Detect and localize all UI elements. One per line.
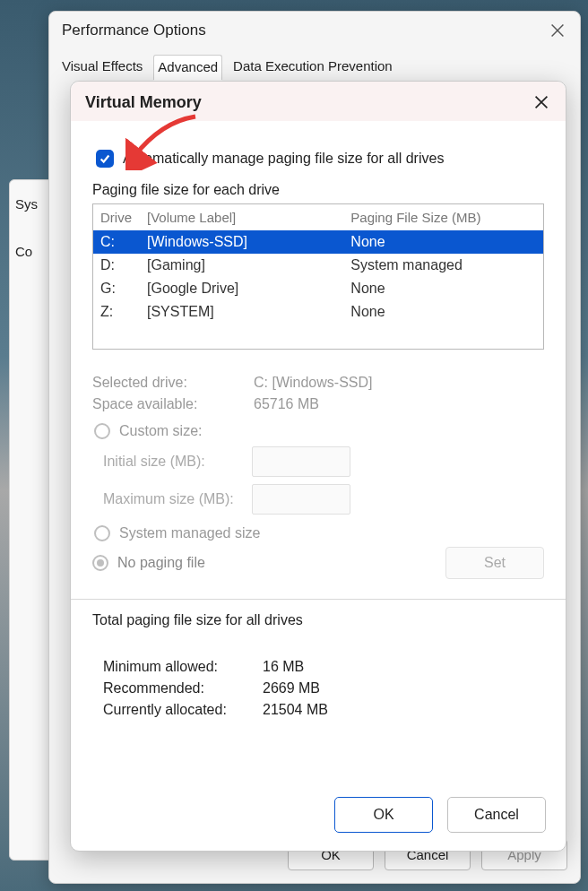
initial-size-label: Initial size (MB): (103, 454, 252, 470)
close-icon[interactable] (548, 21, 567, 40)
background-label-sys: Sys (15, 189, 48, 219)
custom-size-inputs: Initial size (MB): Maximum size (MB): (103, 446, 544, 515)
radio-icon (94, 525, 110, 541)
vm-body: Automatically manage paging file size fo… (71, 121, 566, 788)
maximum-size-label: Maximum size (MB): (103, 491, 252, 507)
header-volume: [Volume Label] (147, 210, 350, 225)
drive-volume: [SYSTEM] (147, 304, 350, 320)
totals: Minimum allowed: 16 MB Recommended: 2669… (92, 653, 544, 723)
drive-table-padding (93, 324, 543, 349)
tab-visual-effects[interactable]: Visual Effects (58, 55, 146, 80)
header-drive: Drive (100, 210, 147, 225)
header-size: Paging File Size (MB) (350, 210, 536, 225)
perf-titlebar: Performance Options (49, 12, 580, 48)
selected-drive-label: Selected drive: (92, 375, 254, 391)
drive-row[interactable]: C: [Windows-SSD] None (93, 230, 543, 254)
vm-ok-button[interactable]: OK (334, 797, 433, 833)
initial-size-input[interactable] (252, 446, 350, 477)
tab-dep[interactable]: Data Execution Prevention (229, 55, 396, 80)
auto-manage-label: Automatically manage paging file size fo… (123, 151, 444, 167)
drive-size: None (350, 304, 536, 320)
min-allowed-label: Minimum allowed: (92, 659, 263, 675)
selected-drive-details: Selected drive: C: [Windows-SSD] Space a… (92, 369, 544, 579)
vm-cancel-button[interactable]: Cancel (447, 797, 546, 833)
tab-advanced[interactable]: Advanced (153, 55, 222, 80)
drive-volume: [Gaming] (147, 257, 350, 273)
perf-tabs: Visual Effects Advanced Data Execution P… (49, 48, 580, 80)
perf-title: Performance Options (62, 22, 548, 39)
vm-title: Virtual Memory (85, 93, 532, 112)
background-label-con: Co (15, 219, 48, 259)
drive-letter: C: (100, 234, 147, 250)
space-available-label: Space available: (92, 396, 254, 412)
drive-letter: G: (100, 281, 147, 297)
set-button[interactable]: Set (445, 547, 544, 579)
drive-table-header: Drive [Volume Label] Paging File Size (M… (93, 204, 543, 230)
drive-letter: D: (100, 257, 147, 273)
maximum-size-input[interactable] (252, 484, 350, 515)
drive-row[interactable]: D: [Gaming] System managed (93, 254, 543, 277)
drive-volume: [Google Drive] (147, 281, 350, 297)
drive-row[interactable]: G: [Google Drive] None (93, 277, 543, 300)
drive-size: None (350, 281, 536, 297)
drive-row[interactable]: Z: [SYSTEM] None (93, 300, 543, 324)
totals-section-label: Total paging file size for all drives (92, 612, 544, 628)
radio-icon (94, 423, 110, 439)
vm-button-row: OK Cancel (71, 788, 566, 851)
drive-volume: [Windows-SSD] (147, 234, 350, 250)
drive-size: System managed (350, 257, 536, 273)
drive-table: Drive [Volume Label] Paging File Size (M… (92, 203, 544, 350)
virtual-memory-window: Virtual Memory Automatically manage pagi… (70, 81, 566, 852)
radio-no-paging[interactable]: No paging file (92, 555, 205, 571)
radio-custom-label: Custom size: (119, 423, 202, 439)
radio-sysman-label: System managed size (119, 525, 260, 541)
close-icon[interactable] (532, 92, 551, 112)
auto-manage-row[interactable]: Automatically manage paging file size fo… (96, 150, 544, 168)
allocated-value: 21504 MB (263, 702, 544, 718)
background-window-fragment: Sys Co (9, 179, 54, 861)
radio-system-managed[interactable]: System managed size (94, 525, 544, 541)
vm-titlebar: Virtual Memory (71, 82, 566, 121)
radio-icon (92, 555, 108, 571)
radio-nopage-label: No paging file (117, 555, 205, 571)
recommended-label: Recommended: (92, 680, 263, 696)
paging-section-label: Paging file size for each drive (92, 182, 544, 198)
drive-size: None (350, 234, 536, 250)
checkbox-checked-icon[interactable] (96, 150, 114, 168)
selected-drive-value: C: [Windows-SSD] (254, 375, 544, 391)
separator (71, 599, 566, 600)
space-available-value: 65716 MB (254, 396, 544, 412)
allocated-label: Currently allocated: (92, 702, 263, 718)
drive-letter: Z: (100, 304, 147, 320)
recommended-value: 2669 MB (263, 680, 544, 696)
min-allowed-value: 16 MB (263, 659, 544, 675)
radio-custom-size[interactable]: Custom size: (94, 423, 544, 439)
